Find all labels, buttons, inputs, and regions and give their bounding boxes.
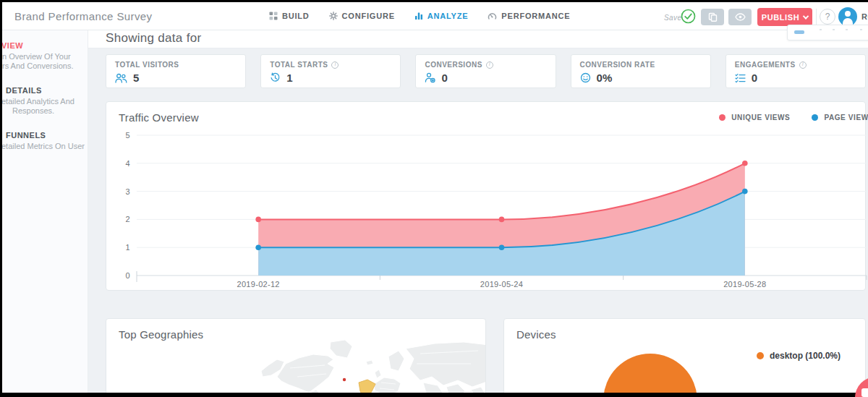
heading-band [88, 30, 868, 48]
legend-unique-views[interactable]: UNIQUE VIEWS [719, 114, 790, 121]
date-filter-panel[interactable] [787, 25, 868, 40]
devices-card: Devices desktop (100.0%) [503, 318, 866, 397]
stat-value: 0% [597, 72, 613, 84]
svg-text:0: 0 [126, 271, 130, 280]
tab-configure[interactable]: CONFIGURE [329, 12, 395, 20]
sidebar-details-desc-2: Responses. [12, 106, 54, 115]
legend-label: PAGE VIEWS [824, 114, 868, 121]
sidebar-overview-desc-2: rs And Conversions. [2, 61, 73, 70]
window-frame-top [0, 0, 868, 2]
info-icon[interactable] [486, 61, 493, 69]
tab-build-label: BUILD [282, 12, 310, 20]
stat-value: 0 [441, 72, 447, 84]
sidebar-overview-desc-1: n Overview Of Your [2, 52, 71, 61]
info-icon[interactable] [799, 61, 807, 69]
stats-row: TOTAL VISITORS 5 TOTAL STARTS [106, 54, 866, 88]
smiley-icon [580, 72, 591, 83]
window-frame-left [0, 0, 2, 397]
user-avatar[interactable] [838, 7, 857, 26]
traffic-legend: UNIQUE VIEWS PAGE VIEWS [719, 114, 868, 121]
stat-value: 5 [133, 72, 139, 84]
sidebar-funnels-desc-1: etailed Metrics On User [1, 142, 85, 150]
chat-bubble-icon [861, 388, 868, 397]
svg-text:5: 5 [126, 131, 130, 140]
preview-button[interactable] [728, 9, 752, 25]
stat-card-conversion-rate: CONVERSION RATE 0% [571, 54, 711, 88]
legend-dot-orange [757, 352, 764, 359]
legend-dot-blue [812, 114, 818, 121]
world-map [261, 339, 486, 397]
sidebar-item-overview[interactable]: VIEW [1, 41, 23, 50]
traffic-chart-svg: 0123452019-02-122019-05-242019-05-28 [113, 131, 868, 290]
page-title: Showing data for [106, 31, 201, 46]
duplicate-button[interactable] [701, 9, 724, 25]
tab-performance-label: PERFORMANCE [501, 12, 570, 20]
chevron-down-icon [803, 13, 809, 19]
stat-value: 0 [752, 72, 757, 84]
stat-label: CONVERSIONS [425, 61, 482, 69]
checklist-icon [735, 73, 746, 83]
sidebar-item-details[interactable]: DETAILS [6, 86, 42, 95]
devices-legend[interactable]: desktop (100.0%) [757, 351, 841, 361]
eye-icon [735, 13, 746, 21]
svg-text:2: 2 [126, 215, 130, 223]
gauge-icon [488, 12, 497, 20]
avatar-person-icon [845, 11, 851, 17]
help-button[interactable]: ? [820, 9, 835, 25]
person-add-icon [425, 72, 435, 83]
legend-dot-red [719, 114, 726, 121]
svg-text:1: 1 [126, 243, 130, 252]
tab-build[interactable]: BUILD [269, 12, 310, 20]
devices-pie-chart[interactable] [603, 354, 697, 397]
stat-card-engagements: ENGAGEMENTS 0 [726, 54, 866, 88]
nav-menu: BUILD CONFIGURE ANALYZE [269, 2, 570, 30]
gear-icon [329, 12, 338, 20]
svg-text:2019-05-28: 2019-05-28 [723, 280, 766, 289]
svg-text:4: 4 [126, 159, 130, 168]
legend-page-views[interactable]: PAGE VIEWS [812, 114, 868, 121]
analyze-sidebar: VIEW n Overview Of Your rs And Conversio… [2, 30, 88, 393]
tab-analyze[interactable]: ANALYZE [414, 12, 469, 20]
main-content: Showing data for TOTAL VISITORS 5 [88, 30, 868, 397]
history-icon [270, 72, 281, 83]
devices-title: Devices [516, 328, 556, 341]
traffic-overview-card: Traffic Overview UNIQUE VIEWS PAGE VIEWS… [106, 101, 866, 291]
info-icon[interactable] [331, 61, 339, 69]
sidebar-details-desc-1: etailed Analytics And [1, 97, 75, 106]
top-geographies-title: Top Geographies [119, 328, 203, 341]
sidebar-item-funnels[interactable]: FUNNELS [6, 131, 46, 140]
tab-analyze-label: ANALYZE [427, 12, 469, 20]
stat-value: 1 [286, 72, 292, 84]
stat-label: ENGAGEMENTS [735, 61, 796, 69]
build-blocks-icon [269, 12, 278, 20]
top-navbar: Brand Performance Survey BUILD CON [2, 2, 868, 30]
traffic-overview-title: Traffic Overview [119, 111, 199, 124]
svg-text:2019-05-24: 2019-05-24 [480, 280, 523, 289]
window-frame-bottom [0, 393, 868, 397]
survey-title: Brand Performance Survey [14, 10, 153, 22]
nav-divider [816, 9, 817, 25]
svg-text:3: 3 [126, 187, 130, 196]
devices-legend-label: desktop (100.0%) [770, 351, 841, 361]
svg-text:2019-02-12: 2019-02-12 [237, 280, 280, 289]
visitors-icon [115, 73, 127, 83]
stat-label: CONVERSION RATE [580, 61, 655, 69]
stat-label: TOTAL VISITORS [115, 61, 179, 69]
tab-configure-label: CONFIGURE [342, 12, 395, 20]
stat-label: TOTAL STARTS [270, 61, 328, 69]
top-geographies-card: Top Geographies [106, 318, 486, 397]
saved-check-icon [681, 9, 696, 25]
copy-icon [708, 12, 718, 22]
selected-range-indicator [794, 30, 804, 34]
legend-label: UNIQUE VIEWS [731, 114, 790, 121]
bar-chart-icon [414, 12, 423, 20]
tab-performance[interactable]: PERFORMANCE [488, 12, 570, 20]
stat-card-total-starts: TOTAL STARTS 1 [260, 54, 401, 88]
publish-label: PUBLISH [762, 13, 799, 22]
user-name: ROSEP [861, 12, 868, 21]
stat-card-total-visitors: TOTAL VISITORS 5 [106, 54, 246, 88]
publish-button[interactable]: PUBLISH [757, 8, 812, 26]
stat-card-conversions: CONVERSIONS 0 [415, 54, 556, 88]
map-marker-dot [343, 378, 346, 381]
